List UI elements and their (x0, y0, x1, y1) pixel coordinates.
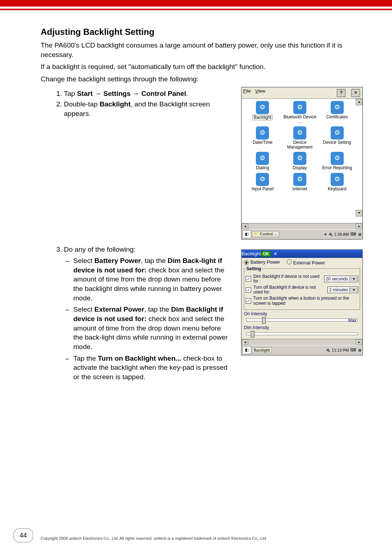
cp-icon-device-management[interactable]: ⚙Device Management (281, 126, 319, 150)
cp-icon-display[interactable]: ⚙Display (281, 152, 319, 170)
cp-glyph-icon: ⚙ (331, 152, 344, 165)
dim-intensity-label: Dim Intensity (244, 325, 360, 330)
tray-desktop-icon[interactable]: 🖥 (358, 348, 362, 352)
cp-icon-device-setting[interactable]: ⚙Device Setting (318, 126, 356, 150)
cp-glyph-icon: ⚙ (293, 152, 306, 165)
dim-intensity-slider[interactable] (246, 332, 358, 335)
cp-icon-label: Certificates (326, 115, 348, 119)
close-button[interactable]: × (351, 89, 360, 97)
tray-connection-icon[interactable]: 🔌 (328, 232, 333, 236)
start-button[interactable]: ◧ (242, 230, 251, 238)
horizontal-scrollbar[interactable]: ◂▸ (242, 339, 362, 345)
cp-icon-dialing[interactable]: ⚙Dialing (244, 152, 281, 170)
setting-legend: Setting (246, 266, 262, 271)
cp-glyph-icon: ⚙ (331, 173, 344, 186)
taskbar: ◧ 📁 Control ... ◂ 🔌 1:28 AM ⌨ 🖥 (242, 229, 362, 239)
tray-clock: 1:28 AM (334, 232, 349, 236)
tray-arrow-icon[interactable]: ◂ (324, 232, 326, 236)
cp-icon-label: Device Management (281, 140, 319, 150)
cp-icon-bluetooth-device-[interactable]: ⚙Bluetooth Device ... (281, 101, 319, 124)
cp-glyph-icon: ⚙ (256, 152, 269, 165)
cp-glyph-icon: ⚙ (256, 101, 269, 114)
cp-icon-input-panel[interactable]: ⚙Input Panel (244, 173, 281, 191)
tray-connection-icon[interactable]: 🔌 (325, 348, 330, 352)
system-tray: ◂ 🔌 1:28 AM ⌨ 🖥 (324, 232, 362, 236)
taskbar: ◧ Backlight 🔌 11:13 PM ⌨ 🖥 (242, 345, 362, 355)
dropdown-turnoff-time[interactable]: 2 minutes▼ (327, 287, 358, 293)
backlight-window: Backlight OK × Battery Power External Po… (241, 249, 363, 356)
setting-group: Setting Dim Backlight if device is not u… (244, 266, 360, 310)
cp-icon-internet[interactable]: ⚙Internet (281, 173, 319, 191)
cp-icon-label: Internet (293, 187, 307, 191)
cp-icon-label: Bluetooth Device ... (281, 115, 319, 124)
bullet-external-power: Select External Power, tap the Dim Backl… (73, 305, 232, 351)
cp-glyph-icon: ⚙ (256, 126, 269, 139)
ok-button[interactable]: OK (261, 251, 271, 257)
checkbox-dim[interactable] (246, 276, 251, 281)
tray-clock: 11:13 PM (332, 348, 349, 352)
on-intensity-label: On Intensity (244, 311, 360, 316)
checkbox-turnon[interactable] (246, 298, 251, 304)
intro-para-2: If a backlight is required, set "automat… (41, 62, 363, 72)
tray-sip-icon[interactable]: ⌨ (350, 232, 356, 236)
tray-desktop-icon[interactable]: 🖥 (358, 232, 362, 236)
cp-icon-label: Input Panel (252, 187, 274, 191)
copyright-footer: Copyright 2008 unitech Electronics Co., … (41, 536, 377, 540)
section-heading: Adjusting Backlight Setting (41, 27, 363, 37)
control-panel-window: File View ? × ▴ ⚙Backlight⚙Bluetooth Dev… (241, 87, 363, 240)
cp-icon-label: Date/Time (253, 140, 273, 145)
taskbar-item-backlight[interactable]: Backlight (252, 347, 272, 353)
cp-icon-label: Backlight (253, 115, 273, 120)
scroll-up-icon[interactable]: ▴ (356, 99, 362, 105)
cp-glyph-icon: ⚙ (331, 126, 344, 139)
bullet-battery-power: Select Battery Power, tap the Dim Back-l… (73, 256, 232, 303)
cp-icon-label: Keyboard (328, 187, 346, 191)
step-1: Tap Start → Settings → Control Panel. (64, 89, 232, 98)
label-dim: Dim Backlight if device is not used for … (253, 274, 322, 284)
cp-glyph-icon: ⚙ (293, 173, 306, 186)
dropdown-dim-time[interactable]: 20 seconds▼ (324, 276, 358, 282)
control-panel-icon-pane: ▴ ⚙Backlight⚙Bluetooth Device ...⚙Certif… (242, 99, 362, 223)
taskbar-item-control[interactable]: 📁 Control ... (252, 231, 279, 237)
label-turnon: Turn on Backlight when a button is press… (253, 296, 358, 305)
page-number: 44 (13, 528, 33, 543)
menu-file[interactable]: File (243, 88, 251, 98)
cp-glyph-icon: ⚙ (331, 101, 344, 114)
radio-external-power[interactable]: External Power (287, 259, 325, 266)
step-3: Do any of the following: Select Battery … (64, 245, 232, 382)
cp-glyph-icon: ⚙ (293, 126, 306, 139)
label-turnoff: Turn off Backlight if device is not used… (253, 285, 325, 295)
backlight-title: Backlight (242, 251, 261, 256)
cp-icon-label: Display (293, 166, 307, 170)
cp-icon-backlight[interactable]: ⚙Backlight (244, 101, 281, 124)
checkbox-turnoff[interactable] (246, 287, 251, 293)
cp-icon-keyboard[interactable]: ⚙Keyboard (318, 173, 356, 191)
header-red-bar (0, 0, 392, 7)
tray-sip-icon[interactable]: ⌨ (350, 348, 356, 352)
scroll-down-icon[interactable]: ▾ (356, 210, 362, 216)
step-2: Double-tap Backlight, and the Backlight … (64, 100, 232, 118)
cp-icon-label: Error Reporting (322, 166, 352, 170)
cp-icon-error-reporting[interactable]: ⚙Error Reporting (318, 152, 356, 170)
close-button[interactable]: × (272, 251, 279, 256)
cp-glyph-icon: ⚙ (256, 173, 269, 186)
cp-icon-date-time[interactable]: ⚙Date/Time (244, 126, 281, 150)
system-tray: 🔌 11:13 PM ⌨ 🖥 (325, 348, 362, 352)
horizontal-scrollbar[interactable]: ◂▸ (242, 223, 362, 229)
cp-icon-label: Device Setting (323, 140, 351, 145)
menu-view[interactable]: View (255, 88, 265, 98)
bullet-turn-on: Tap the Turn on Backlight when... check-… (73, 354, 232, 382)
cp-icon-label: Dialing (256, 166, 269, 170)
menu-bar: File View ? × (242, 88, 362, 99)
start-button[interactable]: ◧ (242, 346, 251, 354)
help-button[interactable]: ? (337, 89, 346, 97)
intro-para-3: Change the backlight settings through th… (41, 74, 363, 84)
intro-para-1: The PA600's LCD backlight consumes a lar… (41, 41, 363, 59)
cp-icon-certificates[interactable]: ⚙Certificates (318, 101, 356, 124)
max-label: Max (348, 318, 356, 323)
on-intensity-slider[interactable] (246, 319, 358, 321)
cp-glyph-icon: ⚙ (293, 101, 306, 114)
radio-battery-power[interactable]: Battery Power (244, 259, 280, 265)
